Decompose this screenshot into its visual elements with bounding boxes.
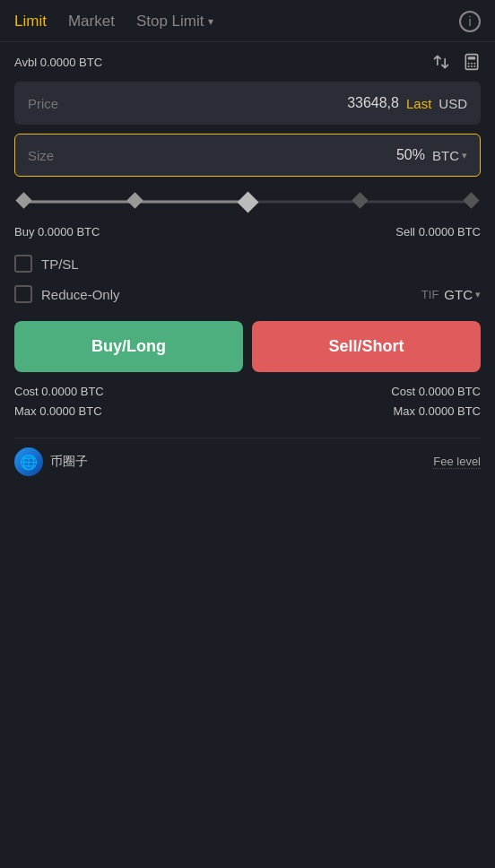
reduce-only-checkbox[interactable]	[14, 285, 32, 303]
slider-dot-50-current[interactable]	[237, 191, 258, 213]
buy-cost-display: Cost 0.0000 BTC	[14, 385, 104, 398]
brand-name: 币圈子	[50, 454, 88, 470]
footer: 🌐 币圈子 Fee level	[14, 438, 481, 476]
tab-limit[interactable]: Limit	[14, 13, 47, 30]
size-label: Size	[28, 148, 54, 163]
logo-icon: 🌐	[14, 447, 43, 476]
slider-dot-25[interactable]	[126, 192, 143, 208]
svg-point-5	[468, 65, 470, 67]
price-value: 33648,8	[347, 95, 399, 111]
reduce-only-label: Reduce-Only	[41, 287, 120, 302]
action-buttons-row: Buy/Long Sell/Short	[14, 321, 481, 372]
size-value: 50%	[396, 147, 425, 163]
tpsl-checkbox[interactable]	[14, 255, 32, 273]
sell-amount-display: Sell 0.0000 BTC	[395, 225, 481, 239]
tab-market[interactable]: Market	[68, 13, 115, 30]
slider-container[interactable]	[14, 191, 481, 213]
svg-point-4	[473, 63, 475, 65]
cost-row: Cost 0.0000 BTC Cost 0.0000 BTC	[14, 385, 481, 398]
price-label: Price	[28, 96, 58, 111]
tif-dropdown-arrow-icon: ▾	[475, 289, 481, 300]
sell-cost-display: Cost 0.0000 BTC	[391, 385, 481, 398]
svg-point-2	[468, 63, 470, 65]
info-icon[interactable]: i	[459, 11, 481, 32]
stop-limit-chevron-icon: ▾	[208, 15, 213, 28]
max-row: Max 0.0000 BTC Max 0.0000 BTC	[14, 404, 481, 418]
tif-section: TIF GTC ▾	[421, 287, 481, 302]
size-right: 50% BTC ▾	[396, 147, 467, 163]
slider-dot-100[interactable]	[463, 192, 479, 208]
avbl-icons	[432, 53, 481, 71]
avbl-display: Avbl 0.0000 BTC	[14, 56, 102, 69]
slider-dot-75[interactable]	[352, 192, 369, 208]
tif-dropdown[interactable]: GTC ▾	[444, 287, 481, 302]
transfer-icon[interactable]	[432, 53, 450, 71]
price-right: 33648,8 Last USD	[347, 95, 467, 111]
price-currency: USD	[439, 96, 467, 111]
price-last-button[interactable]: Last	[406, 96, 431, 111]
tab-stop-limit[interactable]: Stop Limit ▾	[136, 13, 214, 30]
buy-sell-amounts-row: Buy 0.0000 BTC Sell 0.0000 BTC	[14, 225, 481, 239]
tab-bar: Limit Market Stop Limit ▾ i	[0, 0, 495, 42]
tpsl-label: TP/SL	[41, 256, 79, 272]
avbl-row: Avbl 0.0000 BTC	[14, 53, 481, 71]
slider-track-row	[18, 191, 477, 213]
main-content: Avbl 0.0000 BTC Price 33648,8 L	[0, 42, 495, 487]
slider-dots	[18, 195, 477, 210]
buy-long-button[interactable]: Buy/Long	[14, 321, 243, 372]
calculator-icon[interactable]	[463, 53, 481, 71]
buy-max-display: Max 0.0000 BTC	[14, 404, 102, 418]
tpsl-row: TP/SL	[14, 255, 481, 273]
svg-point-6	[471, 65, 473, 67]
price-field[interactable]: Price 33648,8 Last USD	[14, 82, 481, 125]
size-dropdown-arrow-icon: ▾	[462, 150, 467, 161]
brand-logo: 🌐 币圈子	[14, 447, 88, 476]
svg-point-7	[473, 65, 475, 67]
sell-max-display: Max 0.0000 BTC	[393, 404, 481, 418]
fee-level-link[interactable]: Fee level	[433, 455, 481, 469]
tif-label: TIF	[421, 288, 439, 301]
svg-rect-1	[468, 56, 475, 59]
size-currency-dropdown[interactable]: BTC ▾	[432, 148, 467, 163]
reduce-only-row: Reduce-Only TIF GTC ▾	[14, 285, 481, 303]
slider-dot-0[interactable]	[15, 192, 31, 208]
svg-point-3	[471, 63, 473, 65]
sell-short-button[interactable]: Sell/Short	[252, 321, 481, 372]
size-currency: BTC	[432, 148, 459, 163]
size-field[interactable]: Size 50% BTC ▾	[14, 134, 481, 177]
buy-amount-display: Buy 0.0000 BTC	[14, 225, 100, 239]
